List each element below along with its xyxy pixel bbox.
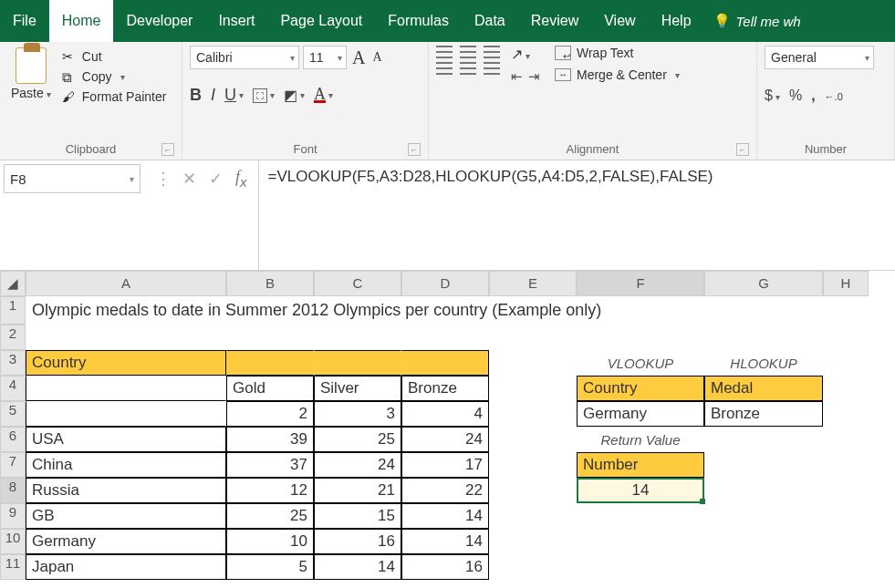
- cell-H4[interactable]: [823, 376, 869, 401]
- cell-H7[interactable]: [823, 452, 869, 478]
- formula-input[interactable]: =VLOOKUP(F5,A3:D28,HLOOKUP(G5,A4:D5,2,FA…: [258, 160, 895, 270]
- cell-G11[interactable]: [704, 554, 823, 580]
- col-header-F[interactable]: F: [577, 271, 704, 296]
- bold-button[interactable]: B: [190, 86, 202, 105]
- cell-A9[interactable]: GB: [26, 503, 226, 529]
- cell-A11[interactable]: Japan: [26, 554, 226, 580]
- cell-C2[interactable]: [314, 325, 401, 350]
- cell-F2[interactable]: [577, 325, 704, 350]
- row-header-1[interactable]: 1: [0, 296, 26, 325]
- cell-G4[interactable]: Medal: [704, 376, 823, 401]
- cell-B10[interactable]: 10: [226, 529, 314, 554]
- percent-format-button[interactable]: %: [789, 88, 802, 104]
- tab-insert[interactable]: Insert: [205, 0, 267, 42]
- cell-E6[interactable]: [489, 427, 577, 452]
- row-header-8[interactable]: 8: [0, 478, 26, 503]
- cell-E4[interactable]: [489, 376, 577, 401]
- col-header-B[interactable]: B: [226, 271, 314, 296]
- cell-E3[interactable]: [489, 350, 577, 376]
- cell-C8[interactable]: 21: [314, 478, 401, 503]
- insert-function-button[interactable]: fx: [235, 168, 247, 190]
- cell-F5[interactable]: Germany: [577, 401, 704, 427]
- name-box-expand[interactable]: ⋮: [155, 169, 170, 189]
- increase-indent-button[interactable]: ⇥: [528, 68, 540, 85]
- accept-formula-button[interactable]: [209, 169, 223, 189]
- cell-D11[interactable]: 16: [401, 554, 489, 580]
- row-header-6[interactable]: 6: [0, 427, 26, 452]
- cell-A6[interactable]: USA: [26, 427, 226, 452]
- font-name-select[interactable]: Calibri: [190, 46, 299, 69]
- cell-C7[interactable]: 24: [314, 452, 401, 478]
- cell-D10[interactable]: 14: [401, 529, 489, 554]
- copy-button[interactable]: Copy: [62, 69, 167, 84]
- row-header-5[interactable]: 5: [0, 401, 26, 427]
- format-painter-button[interactable]: Format Painter: [62, 89, 167, 104]
- cell-A7[interactable]: China: [26, 452, 226, 478]
- font-size-select[interactable]: 11: [303, 46, 347, 69]
- cell-A3[interactable]: Country: [26, 350, 226, 376]
- cell-G7[interactable]: [704, 452, 823, 478]
- row-header-3[interactable]: 3: [0, 350, 26, 376]
- cell-F7[interactable]: Number: [577, 452, 704, 478]
- col-header-C[interactable]: C: [314, 271, 401, 296]
- cell-C9[interactable]: 15: [314, 503, 401, 529]
- cell-G6[interactable]: [704, 427, 823, 452]
- cell-F11[interactable]: [577, 554, 704, 580]
- cell-H6[interactable]: [823, 427, 869, 452]
- cell-E11[interactable]: [489, 554, 577, 580]
- cell-D4[interactable]: Bronze: [401, 376, 489, 401]
- increase-decimal-button[interactable]: [825, 88, 843, 104]
- row-header-7[interactable]: 7: [0, 452, 26, 478]
- cell-E9[interactable]: [489, 503, 577, 529]
- col-header-G[interactable]: G: [704, 271, 823, 296]
- tab-view[interactable]: View: [591, 0, 648, 42]
- clipboard-launcher[interactable]: ⌐: [161, 143, 174, 156]
- align-left-button[interactable]: [436, 62, 456, 75]
- align-bottom-button[interactable]: [484, 46, 504, 58]
- tab-data[interactable]: Data: [462, 0, 518, 42]
- cell-C4[interactable]: Silver: [314, 376, 401, 401]
- cell-C10[interactable]: 16: [314, 529, 401, 554]
- cell-H9[interactable]: [823, 503, 869, 529]
- cell-B6[interactable]: 39: [226, 427, 314, 452]
- cell-A2[interactable]: [26, 325, 226, 350]
- cell-G9[interactable]: [704, 503, 823, 529]
- cell-A5[interactable]: [26, 401, 226, 427]
- col-header-A[interactable]: A: [26, 271, 226, 296]
- wrap-text-button[interactable]: Wrap Text: [555, 46, 680, 60]
- cell-D9[interactable]: 14: [401, 503, 489, 529]
- cell-D8[interactable]: 22: [401, 478, 489, 503]
- row-header-9[interactable]: 9: [0, 503, 26, 529]
- cell-C5[interactable]: 3: [314, 401, 401, 427]
- cell-B8[interactable]: 12: [226, 478, 314, 503]
- cell-D3[interactable]: [401, 350, 489, 376]
- cell-A10[interactable]: Germany: [26, 529, 226, 554]
- cell-F4[interactable]: Country: [577, 376, 704, 401]
- row-header-4[interactable]: 4: [0, 376, 26, 401]
- comma-format-button[interactable]: ,: [811, 88, 815, 104]
- paste-button[interactable]: Paste: [7, 46, 55, 102]
- increase-font-button[interactable]: A: [350, 47, 367, 68]
- cell-B2[interactable]: [226, 325, 314, 350]
- decrease-font-button[interactable]: A: [370, 50, 383, 65]
- cell-F8[interactable]: 14: [577, 478, 704, 503]
- cell-E10[interactable]: [489, 529, 577, 554]
- align-right-button[interactable]: [484, 62, 504, 75]
- col-header-D[interactable]: D: [401, 271, 489, 296]
- cell-G2[interactable]: [704, 325, 823, 350]
- cell-F10[interactable]: [577, 529, 704, 554]
- align-top-button[interactable]: [436, 46, 456, 58]
- orientation-button[interactable]: [511, 46, 530, 63]
- tab-review[interactable]: Review: [518, 0, 591, 42]
- cell-D5[interactable]: 4: [401, 401, 489, 427]
- cell-A1[interactable]: Olympic medals to date in Summer 2012 Ol…: [26, 296, 869, 325]
- merge-center-button[interactable]: Merge & Center: [555, 67, 680, 82]
- cell-D2[interactable]: [401, 325, 489, 350]
- cell-B9[interactable]: 25: [226, 503, 314, 529]
- cell-B4[interactable]: Gold: [226, 376, 314, 401]
- cell-A4[interactable]: [26, 376, 226, 401]
- italic-button[interactable]: I: [211, 86, 215, 105]
- align-center-button[interactable]: [460, 62, 480, 75]
- cell-E8[interactable]: [489, 478, 577, 503]
- cell-B11[interactable]: 5: [226, 554, 314, 580]
